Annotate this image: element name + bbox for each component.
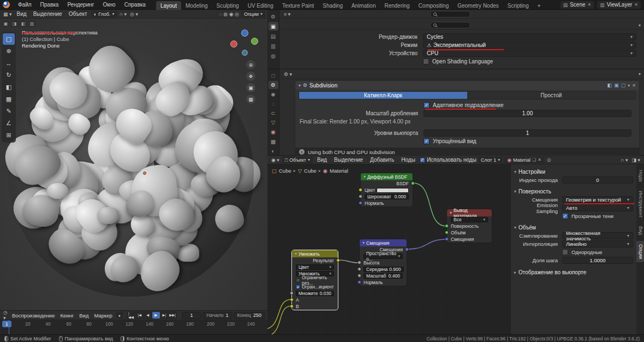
axis-neg-icon[interactable] bbox=[242, 50, 248, 56]
catmull-clark-button[interactable]: Катмелл-Кларк bbox=[299, 92, 467, 99]
frame-end-field[interactable]: Конец250 bbox=[234, 312, 265, 319]
bsdf-output-socket[interactable] bbox=[411, 181, 415, 185]
render-tab-icon[interactable]: ▣ bbox=[269, 22, 278, 31]
current-frame-field[interactable]: 1 bbox=[182, 312, 202, 319]
render-toggle-icon[interactable]: ▢ bbox=[621, 82, 626, 88]
navigation-gizmo[interactable] bbox=[229, 28, 260, 59]
axis-z-icon[interactable] bbox=[241, 30, 248, 37]
color-input-socket[interactable] bbox=[359, 188, 362, 192]
volume-input-socket[interactable] bbox=[445, 231, 449, 234]
edit-mode-toggle-icon[interactable]: ◧ bbox=[607, 82, 612, 88]
jump-start-button[interactable]: |◀◀ bbox=[127, 312, 135, 319]
viewport-3d[interactable]: ▦ ▾ Вид Выделение Объект ◐ Глоб. ▾ ∩ ▾ ◎… bbox=[0, 10, 267, 310]
data-type-dropdown[interactable]: Цвет▾ bbox=[296, 264, 334, 270]
slot-dropdown[interactable]: Слот 1▾ bbox=[478, 157, 503, 163]
displacement-method-dropdown[interactable]: Геометрия и текстурой▾ bbox=[562, 196, 633, 203]
pin-icon[interactable]: ⊙ bbox=[546, 157, 552, 163]
simplified-checkbox[interactable]: ✓ bbox=[424, 138, 430, 144]
midlevel-slider[interactable]: Середина0.900 bbox=[363, 267, 404, 272]
tab-geometry-nodes[interactable]: Geometry Nodes bbox=[453, 1, 503, 10]
add-workspace-button[interactable]: + bbox=[533, 1, 545, 10]
realtime-toggle-icon[interactable]: ▣ bbox=[614, 82, 619, 88]
viewlayer-tab-icon[interactable]: ▥ bbox=[269, 42, 278, 50]
snap-magnet-icon[interactable]: ∩ ▾ bbox=[118, 11, 128, 17]
viewport-menu-select[interactable]: Выделение bbox=[31, 10, 65, 17]
blender-logo-icon[interactable] bbox=[3, 1, 10, 8]
menu-help[interactable]: Справка bbox=[121, 1, 150, 9]
timeline-menu-view[interactable]: Вид bbox=[77, 312, 91, 319]
view-layer-selector[interactable]: ▥ ViewLayer ✕ bbox=[597, 1, 641, 9]
dicing-slider[interactable]: 1.00 bbox=[424, 110, 631, 117]
modifier-name[interactable]: Subdivision bbox=[309, 82, 337, 89]
modifier-filter-chevron-icon[interactable]: ▾ bbox=[639, 72, 641, 76]
use-nodes-checkbox[interactable]: ✓ bbox=[420, 157, 425, 163]
node-diffuse-bsdf[interactable]: ▾Диффузный BSDF BSDF Цвет Шероховат0.000… bbox=[360, 173, 413, 207]
scale-tool[interactable]: ◧ bbox=[3, 81, 15, 93]
axis-y-icon[interactable] bbox=[251, 38, 258, 45]
transparent-shadows-checkbox[interactable]: ✓ bbox=[562, 213, 568, 219]
modifier-tab-icon[interactable]: ⚙ bbox=[269, 81, 278, 89]
scene-unlink-icon[interactable]: ✕ bbox=[588, 2, 592, 7]
shader-menu-node[interactable]: Ноды bbox=[398, 156, 418, 163]
viewport-mode-toggles[interactable]: ▣ ◨ ◧ ▥ bbox=[2, 20, 36, 27]
space-dropdown[interactable]: Пространство о...▾ bbox=[363, 253, 403, 259]
properties-editor-icon[interactable]: ≡ ▾ bbox=[283, 11, 291, 17]
breadcrumb-mesh[interactable]: Cube bbox=[304, 168, 317, 174]
add-cube-tool[interactable]: ⊞ bbox=[3, 129, 15, 141]
expand-chevron-icon[interactable]: ▾ bbox=[299, 83, 301, 88]
transform-tool[interactable]: ▦ bbox=[3, 93, 15, 105]
next-keyframe-button[interactable]: ▶| bbox=[160, 312, 168, 319]
sidebar-tab-tool[interactable]: Инструмент bbox=[636, 187, 644, 221]
physics-tab-icon[interactable]: ◌ bbox=[269, 100, 278, 108]
play-button[interactable]: ▶ bbox=[152, 312, 160, 319]
editor-type-icon[interactable]: ▦ ▾ bbox=[2, 11, 13, 17]
node-mix-multiply[interactable]: ▾Умножить Результат Цвет▾ Умножить▾ Огра… bbox=[291, 250, 338, 310]
surface-panel-header[interactable]: ▾Поверхность bbox=[514, 187, 633, 196]
modifier-close-icon[interactable]: ✕ bbox=[632, 83, 636, 88]
feature-set-dropdown[interactable]: ⚠ Экспериментальный▾ bbox=[423, 42, 636, 49]
volume-sampling-dropdown[interactable]: Множественная значимость▾ bbox=[562, 232, 633, 239]
menu-edit[interactable]: Правка bbox=[37, 1, 63, 9]
pan-button[interactable]: ✥ bbox=[246, 72, 255, 81]
shader-menu-add[interactable]: Добавить bbox=[367, 156, 397, 163]
axis-x-icon[interactable] bbox=[230, 40, 237, 48]
shader-menu-select[interactable]: Выделение bbox=[331, 156, 366, 163]
roughness-input-socket[interactable] bbox=[359, 194, 362, 198]
measure-tool[interactable]: ∠ bbox=[3, 117, 15, 129]
normal-input-socket[interactable] bbox=[357, 280, 361, 284]
filter-chevron-icon[interactable]: ▾ bbox=[639, 23, 641, 28]
factor-slider[interactable]: Множите0.030 bbox=[296, 291, 334, 296]
modifier-extras-icon[interactable]: ▾ bbox=[628, 83, 630, 88]
scale-slider[interactable]: Масштаб0.400 bbox=[363, 273, 403, 279]
viewport-menu-object[interactable]: Объект bbox=[66, 10, 90, 17]
pass-index-field[interactable]: 0 bbox=[562, 176, 633, 184]
move-tool[interactable]: ↔ bbox=[3, 57, 15, 69]
b-input-socket[interactable] bbox=[290, 304, 294, 308]
properties-search-1[interactable] bbox=[430, 11, 470, 17]
color-swatch[interactable] bbox=[377, 188, 409, 193]
view-layer-unlink-icon[interactable]: ✕ bbox=[634, 2, 638, 7]
scene-tab-icon[interactable]: ◍ bbox=[269, 51, 278, 60]
emission-sampling-dropdown[interactable]: Авто▾ bbox=[562, 204, 633, 211]
material-unlink-icon[interactable]: ✕ bbox=[538, 157, 541, 162]
clamp-factor-checkbox[interactable]: ✓ bbox=[296, 285, 300, 289]
overlay-toggle-icon[interactable]: ◨ bbox=[10, 20, 19, 27]
scene-selector[interactable]: ▤ Scene ✕ bbox=[560, 1, 594, 9]
tab-texture-paint[interactable]: Texture Paint bbox=[278, 1, 318, 10]
tool-tab-icon[interactable]: ⚙ bbox=[269, 12, 278, 21]
timeline-menu-playback[interactable]: Воспроизведение bbox=[10, 312, 57, 319]
homogeneous-checkbox[interactable] bbox=[562, 249, 568, 255]
world-tab-icon[interactable]: ◐ bbox=[269, 147, 278, 155]
timeline-editor[interactable]: ◷ ▾ Воспроизведение Кеинг Вид Маркер ● |… bbox=[0, 310, 267, 334]
ortho-toggle-button[interactable]: ▦ bbox=[246, 95, 255, 104]
frame-start-field[interactable]: Начало1 bbox=[202, 312, 232, 319]
interpolation-dropdown[interactable]: Линейно▾ bbox=[562, 240, 633, 247]
simple-button[interactable]: Простой bbox=[467, 92, 635, 99]
timeline-ruler[interactable]: 20 40 60 80 100 120 140 160 180 200 220 … bbox=[0, 320, 267, 335]
shader-overlays-icon[interactable]: ◨ ▾ bbox=[630, 157, 641, 163]
sidebar-tab-node[interactable]: Нода bbox=[636, 167, 644, 185]
camera-view-button[interactable]: ▣ bbox=[246, 83, 255, 92]
timeline-menu-keying[interactable]: Кеинг bbox=[58, 312, 76, 319]
timeline-editor-icon[interactable]: ◷ ▾ bbox=[2, 310, 9, 321]
result-output-socket[interactable] bbox=[336, 258, 340, 262]
